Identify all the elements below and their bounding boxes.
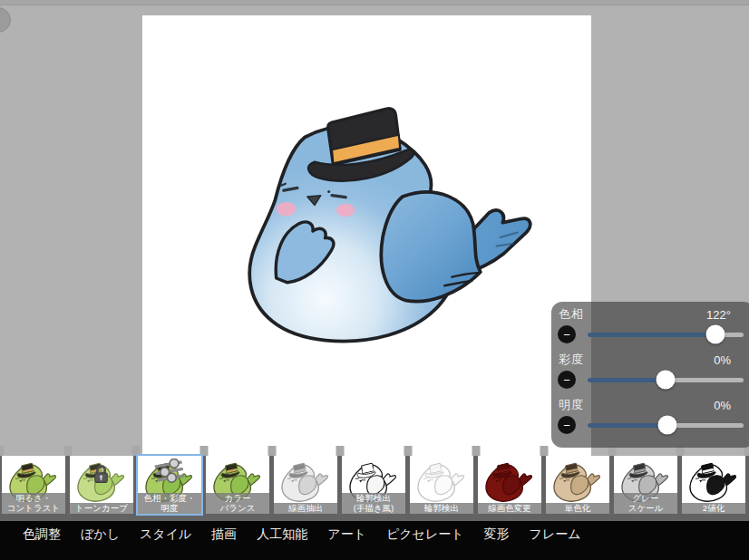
filter-label: 単色化	[546, 503, 609, 515]
minus-icon: −	[563, 329, 570, 341]
filter-label: 線画抽出	[274, 503, 337, 515]
filter-thumb-tone-curve[interactable]: トーンカーブ	[70, 456, 133, 514]
filter-label: 輪郭検出 (手描き風)	[342, 493, 405, 514]
filter-preview-bird	[548, 459, 608, 507]
minus-icon: −	[563, 420, 570, 431]
filter-thumb-hue-saturation-brightness[interactable]: 色相・彩度・ 明度	[138, 456, 201, 514]
filter-thumb-line-extraction[interactable]: 線画抽出	[274, 456, 337, 514]
filter-thumb-edge-detect[interactable]: 輪郭検出	[410, 456, 473, 514]
brightness-label: 明度	[559, 397, 584, 413]
filter-thumb-brightness-contrast[interactable]: 明るさ・ コントラスト	[2, 456, 65, 514]
hsb-adjust-panel: 色相 122° − 彩度 0% − 明度 0% −	[551, 302, 749, 448]
filter-label: 輪郭検出	[410, 503, 473, 515]
hue-label: 色相	[559, 306, 584, 323]
category-tab-blur[interactable]: ぼかし	[81, 526, 120, 543]
drawing-canvas[interactable]	[142, 15, 591, 456]
filter-thumb-binarize[interactable]: 2値化	[682, 456, 745, 514]
filter-label: トーンカーブ	[70, 503, 133, 515]
filter-strip: 明るさ・ コントラスト トーンカーブ	[0, 446, 749, 521]
filter-category-menu: 色調整 ぼかし スタイル 描画 人工知能 アート ピクセレート 変形 フレーム	[0, 521, 749, 560]
filter-thumb-monochrome[interactable]: 単色化	[546, 456, 609, 514]
filter-preview-bird	[412, 459, 472, 507]
filter-label: 2値化	[682, 503, 745, 515]
category-tab-pixelate[interactable]: ピクセレート	[386, 526, 464, 543]
hue-value: 122°	[706, 308, 731, 322]
hue-slider-thumb[interactable]	[706, 325, 725, 344]
category-tab-transform[interactable]: 変形	[484, 526, 510, 543]
category-tab-color-adjust[interactable]: 色調整	[23, 526, 61, 543]
category-tab-art[interactable]: アート	[327, 526, 366, 543]
brightness-slider-thumb[interactable]	[657, 416, 676, 435]
corner-button[interactable]	[0, 7, 11, 33]
filter-label: 線画色変更	[478, 503, 541, 515]
saturation-slider-fill	[588, 378, 666, 382]
hue-slider-track[interactable]	[588, 333, 744, 337]
hue-decrease-button[interactable]: −	[558, 325, 576, 343]
category-tab-ai[interactable]: 人工知能	[257, 526, 307, 543]
brightness-slider-fill	[588, 423, 667, 428]
brightness-slider-track[interactable]	[588, 423, 744, 428]
filter-preview-bird	[276, 459, 336, 507]
filter-preview-bird	[684, 459, 744, 507]
saturation-decrease-button[interactable]: −	[558, 371, 576, 389]
category-tab-drawing[interactable]: 描画	[211, 526, 237, 543]
filter-thumb-edge-detect-handdrawn[interactable]: 輪郭検出 (手描き風)	[342, 456, 405, 514]
brightness-value: 0%	[714, 399, 731, 412]
filter-thumb-grayscale[interactable]: グレー スケール	[614, 456, 677, 514]
saturation-slider-track[interactable]	[588, 378, 744, 382]
saturation-value: 0%	[714, 353, 731, 367]
saturation-label: 彩度	[559, 352, 584, 368]
filter-thumb-color-balance[interactable]: カラー バランス	[206, 456, 269, 514]
filter-label: 明るさ・ コントラスト	[2, 493, 65, 514]
filter-label: カラー バランス	[206, 493, 269, 514]
filter-preview-bird	[480, 459, 540, 507]
saturation-slider-thumb[interactable]	[657, 371, 676, 390]
filter-label: 色相・彩度・ 明度	[138, 493, 201, 514]
canvas-artwork-bird	[240, 92, 562, 370]
top-strip	[0, 0, 749, 5]
filter-label: グレー スケール	[614, 493, 677, 514]
lock-icon	[90, 463, 112, 486]
category-tab-style[interactable]: スタイル	[140, 526, 191, 543]
sliders-icon	[151, 459, 188, 484]
category-tab-frame[interactable]: フレーム	[530, 526, 581, 543]
minus-icon: −	[563, 374, 570, 386]
brightness-decrease-button[interactable]: −	[558, 416, 576, 434]
filter-thumb-line-color-change[interactable]: 線画色変更	[478, 456, 541, 514]
hue-slider-fill	[588, 333, 715, 337]
